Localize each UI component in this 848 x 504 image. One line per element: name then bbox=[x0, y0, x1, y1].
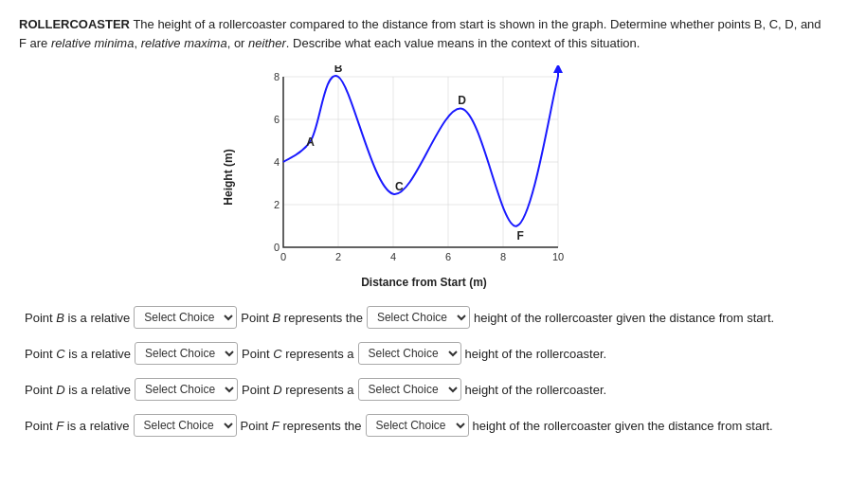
y-axis-label: Height (m) bbox=[221, 149, 234, 205]
select-b-type[interactable]: Select Choice maximum minimum neither bbox=[134, 306, 237, 329]
q-d-prefix: Point D is a relative bbox=[25, 383, 131, 397]
problem-title: ROLLERCOASTER bbox=[19, 17, 130, 31]
chart-container: Height (m) Distance from Start (m) bbox=[249, 65, 600, 289]
select-f-type[interactable]: Select Choice maximum minimum neither bbox=[134, 414, 237, 437]
questions-section: Point B is a relative Select Choice maxi… bbox=[19, 306, 829, 437]
q-f-middle: Point F represents the bbox=[241, 419, 362, 433]
q-b-middle: Point B represents the bbox=[241, 311, 363, 325]
q-f-suffix: height of the rollercoaster given the di… bbox=[473, 419, 773, 433]
question-b: Point B is a relative Select Choice maxi… bbox=[25, 306, 823, 329]
rollercoaster-graph bbox=[249, 65, 571, 274]
q-d-middle: Point D represents a bbox=[242, 383, 354, 397]
problem-header: ROLLERCOASTER The height of a rollercoas… bbox=[19, 15, 829, 52]
question-d: Point D is a relative Select Choice maxi… bbox=[25, 378, 823, 401]
select-c-type[interactable]: Select Choice maximum minimum neither bbox=[135, 342, 238, 365]
x-axis-label: Distance from Start (m) bbox=[249, 276, 600, 289]
q-c-suffix: height of the rollercoaster. bbox=[465, 347, 607, 361]
q-d-suffix: height of the rollercoaster. bbox=[465, 383, 607, 397]
select-f-desc[interactable]: Select Choice greatest least bbox=[366, 414, 469, 437]
select-c-desc[interactable]: Select Choice greatest least bbox=[358, 342, 461, 365]
question-f: Point F is a relative Select Choice maxi… bbox=[25, 414, 823, 437]
select-d-desc[interactable]: Select Choice greatest least bbox=[358, 378, 461, 401]
q-b-prefix: Point B is a relative bbox=[25, 311, 130, 325]
q-f-prefix: Point F is a relative bbox=[25, 419, 130, 433]
q-b-suffix: height of the rollercoaster given the di… bbox=[474, 311, 774, 325]
q-c-prefix: Point C is a relative bbox=[25, 347, 131, 361]
q-c-middle: Point C represents a bbox=[242, 347, 354, 361]
question-c: Point C is a relative Select Choice maxi… bbox=[25, 342, 823, 365]
select-d-type[interactable]: Select Choice maximum minimum neither bbox=[135, 378, 238, 401]
chart-area: Height (m) Distance from Start (m) bbox=[19, 65, 829, 289]
select-b-desc[interactable]: Select Choice greatest least bbox=[367, 306, 470, 329]
